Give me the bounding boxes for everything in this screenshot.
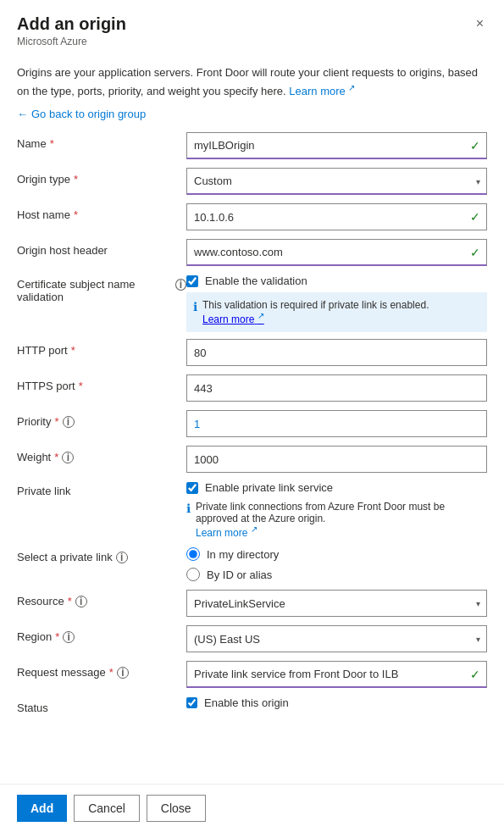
add-button[interactable]: Add xyxy=(17,795,67,822)
resource-dropdown-wrapper: PrivateLinkService ▾ xyxy=(186,590,487,617)
region-info-icon[interactable]: i xyxy=(63,631,75,643)
dialog-title: Add an origin xyxy=(17,14,126,34)
select-private-link-info-icon[interactable]: i xyxy=(116,552,128,563)
private-link-learn-more-link[interactable]: Learn more ↗ xyxy=(196,527,258,539)
status-checkbox-label: Enable this origin xyxy=(204,696,289,709)
cert-info-text: This validation is required if private l… xyxy=(202,299,429,325)
add-origin-dialog: Add an origin × Microsoft Azure Origins … xyxy=(0,0,504,832)
radio-by-id-or-alias[interactable]: By ID or alias xyxy=(186,568,487,581)
region-row: Region * i (US) East US ▾ xyxy=(17,625,487,652)
cert-validation-info-icon[interactable]: i xyxy=(175,279,186,291)
weight-input[interactable] xyxy=(186,446,487,473)
origin-host-header-label: Origin host header xyxy=(17,239,186,257)
host-name-row: Host name * ✓ xyxy=(17,203,487,230)
dialog-subtitle: Microsoft Azure xyxy=(17,36,487,47)
origin-host-header-input[interactable] xyxy=(186,239,487,266)
back-to-origin-group-link[interactable]: ← Go back to origin group xyxy=(17,108,146,120)
private-link-label: Private link xyxy=(17,481,186,497)
priority-control xyxy=(186,410,487,437)
private-link-checkbox[interactable] xyxy=(186,482,198,494)
cancel-button[interactable]: Cancel xyxy=(74,795,140,822)
cert-validation-checkbox[interactable] xyxy=(186,275,198,287)
cert-validation-info: ℹ This validation is required if private… xyxy=(186,292,487,332)
radio-by-id-or-alias-label: By ID or alias xyxy=(207,569,272,581)
origin-host-header-check-icon: ✓ xyxy=(470,246,480,259)
request-message-control: ✓ xyxy=(186,661,487,688)
https-port-required: * xyxy=(79,380,83,392)
private-link-info-text: Private link connections from Azure Fron… xyxy=(196,501,487,539)
private-link-checkbox-row: Enable private link service xyxy=(186,481,487,494)
http-port-control xyxy=(186,339,487,366)
region-dropdown-wrapper: (US) East US ▾ xyxy=(186,625,487,652)
host-name-label: Host name * xyxy=(17,203,186,221)
learn-more-link[interactable]: Learn more ↗ xyxy=(289,85,355,97)
https-port-input[interactable] xyxy=(186,374,487,402)
request-message-row: Request message * i ✓ xyxy=(17,661,487,688)
host-name-check-icon: ✓ xyxy=(470,210,480,224)
http-port-row: HTTP port * xyxy=(17,339,487,366)
host-name-control: ✓ xyxy=(186,203,487,230)
resource-control: PrivateLinkService ▾ xyxy=(186,590,487,617)
private-link-checkbox-label: Enable private link service xyxy=(205,481,333,494)
request-message-required: * xyxy=(109,666,114,679)
name-input-wrapper: ✓ xyxy=(186,132,487,159)
resource-info-icon[interactable]: i xyxy=(75,596,87,607)
select-private-link-row: Select a private link i In my directory … xyxy=(17,547,487,581)
origin-host-header-wrapper: ✓ xyxy=(186,239,487,266)
weight-row: Weight * i xyxy=(17,446,487,473)
request-message-input[interactable] xyxy=(186,661,487,688)
cert-validation-checkbox-label: Enable the validation xyxy=(205,275,307,287)
select-private-link-control: In my directory By ID or alias xyxy=(186,547,487,581)
cert-ext-link-icon: ↗ xyxy=(258,311,264,320)
private-link-control: Enable private link service ℹ Private li… xyxy=(186,481,487,539)
select-private-link-label: Select a private link i xyxy=(17,547,186,563)
resource-label: Resource * i xyxy=(17,590,186,607)
status-control: Enable this origin xyxy=(186,696,487,709)
weight-label: Weight * i xyxy=(17,446,186,463)
https-port-row: HTTPS port * xyxy=(17,374,487,402)
status-checkbox[interactable] xyxy=(186,697,197,708)
radio-in-my-directory-input[interactable] xyxy=(186,547,200,561)
dialog-body: Origins are your application servers. Fr… xyxy=(0,54,504,784)
request-message-check-icon: ✓ xyxy=(470,668,480,681)
region-dropdown[interactable]: (US) East US xyxy=(186,625,487,652)
cert-validation-checkbox-row: Enable the validation xyxy=(186,275,487,287)
weight-info-icon[interactable]: i xyxy=(62,452,74,463)
priority-info-icon[interactable]: i xyxy=(63,416,75,428)
private-link-radio-group: In my directory By ID or alias xyxy=(186,547,487,581)
status-label: Status xyxy=(17,696,186,714)
radio-in-my-directory[interactable]: In my directory xyxy=(186,547,487,561)
priority-input[interactable] xyxy=(186,410,487,437)
request-message-info-icon[interactable]: i xyxy=(117,667,129,679)
name-label: Name * xyxy=(17,132,186,150)
cert-validation-row: Certificate subject name validation i En… xyxy=(17,275,487,332)
origin-type-row: Origin type * Custom Storage Cloud servi… xyxy=(17,168,487,195)
private-link-row: Private link Enable private link service… xyxy=(17,481,487,539)
origin-host-header-control: ✓ xyxy=(186,239,487,266)
close-footer-button[interactable]: Close xyxy=(147,795,206,822)
host-name-input[interactable] xyxy=(186,203,487,230)
origin-type-dropdown[interactable]: Custom Storage Cloud service Web App App… xyxy=(186,168,487,195)
cert-learn-more-link[interactable]: Learn more ↗ xyxy=(202,313,264,325)
radio-in-my-directory-label: In my directory xyxy=(207,548,279,561)
origin-type-required: * xyxy=(74,173,78,186)
request-message-wrapper: ✓ xyxy=(186,661,487,688)
host-name-required: * xyxy=(74,208,78,221)
origin-type-control: Custom Storage Cloud service Web App App… xyxy=(186,168,487,195)
dialog-title-row: Add an origin × xyxy=(17,14,487,34)
name-input[interactable] xyxy=(186,132,487,159)
close-button[interactable]: × xyxy=(473,14,487,34)
http-port-label: HTTP port * xyxy=(17,339,186,357)
status-row: Status Enable this origin xyxy=(17,696,487,724)
name-check-icon: ✓ xyxy=(470,139,480,153)
resource-dropdown[interactable]: PrivateLinkService xyxy=(186,590,487,617)
radio-by-id-or-alias-input[interactable] xyxy=(186,568,200,581)
https-port-control xyxy=(186,374,487,402)
region-control: (US) East US ▾ xyxy=(186,625,487,652)
cert-validation-control: Enable the validation ℹ This validation … xyxy=(186,275,487,332)
origin-host-header-row: Origin host header ✓ xyxy=(17,239,487,266)
back-arrow-icon: ← xyxy=(17,108,28,120)
dialog-header: Add an origin × Microsoft Azure xyxy=(0,0,504,54)
origin-type-label: Origin type * xyxy=(17,168,186,186)
http-port-input[interactable] xyxy=(186,339,487,366)
